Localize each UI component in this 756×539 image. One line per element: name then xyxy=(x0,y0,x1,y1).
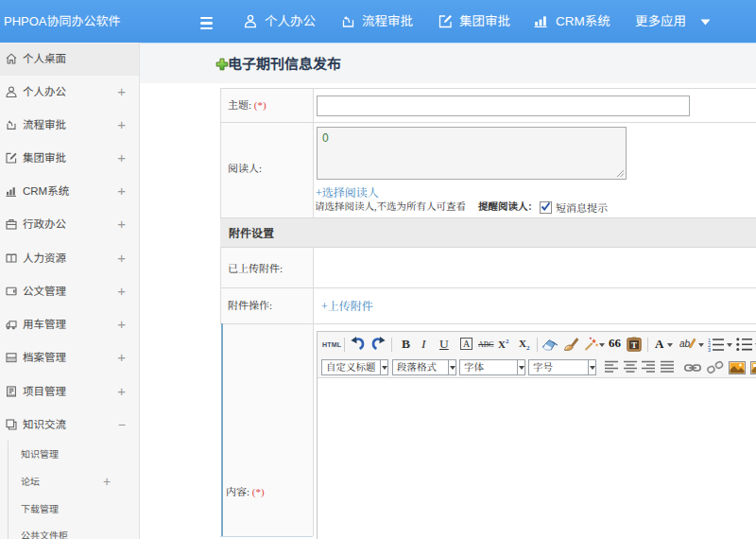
svg-text:ab: ab xyxy=(679,339,691,349)
svg-text:T: T xyxy=(631,340,637,350)
svg-text:3: 3 xyxy=(708,347,711,352)
